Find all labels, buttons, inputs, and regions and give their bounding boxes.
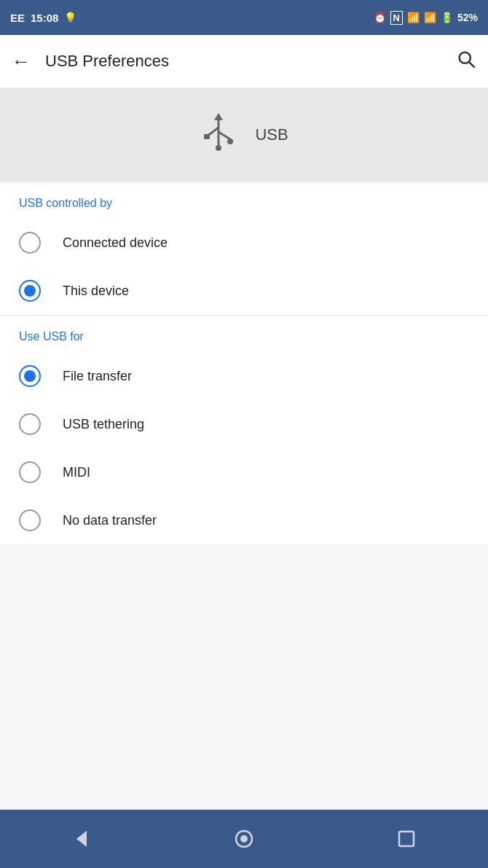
radio-file-transfer[interactable] (19, 365, 41, 387)
option-usb-tethering[interactable]: USB tethering (0, 400, 488, 448)
light-icon: 💡 (64, 12, 76, 23)
option-this-device[interactable]: This device (0, 267, 488, 315)
this-device-label: This device (63, 284, 129, 299)
section2-title: Use USB for (0, 316, 488, 352)
svg-point-11 (240, 835, 248, 842)
carrier-label: EE (10, 12, 25, 24)
radio-this-device[interactable] (19, 280, 41, 302)
app-bar: ← USB Preferences (0, 35, 488, 87)
search-button[interactable] (456, 49, 476, 74)
svg-point-0 (460, 52, 471, 63)
page-title: USB Preferences (45, 52, 456, 71)
section1-title: USB controlled by (0, 182, 488, 219)
signal-icon: 📶 (424, 12, 436, 23)
usb-controlled-by-section: USB controlled by Connected device This … (0, 182, 488, 544)
svg-marker-9 (76, 831, 87, 847)
svg-point-7 (227, 138, 233, 144)
back-button[interactable]: ← (12, 50, 31, 73)
midi-label: MIDI (63, 465, 90, 480)
option-midi[interactable]: MIDI (0, 448, 488, 496)
status-left: EE 15:08 💡 (10, 12, 76, 24)
radio-no-data-transfer[interactable] (19, 509, 41, 531)
svg-line-6 (219, 132, 230, 139)
battery-label: 52% (457, 12, 478, 23)
no-data-transfer-label: No data transfer (63, 513, 157, 528)
usb-icon (200, 112, 237, 158)
svg-point-8 (216, 145, 221, 151)
option-file-transfer[interactable]: File transfer (0, 352, 488, 400)
status-right: ⏰ N 📶 📶 🔋 52% (374, 11, 478, 25)
radio-connected-device[interactable] (19, 232, 41, 254)
nav-home-button[interactable] (222, 817, 266, 861)
option-no-data-transfer[interactable]: No data transfer (0, 496, 488, 544)
nav-recents-button[interactable] (385, 817, 428, 861)
radio-inner-this-device (24, 285, 36, 297)
nav-back-button[interactable] (60, 817, 103, 861)
time-label: 15:08 (31, 12, 58, 24)
svg-marker-3 (214, 113, 223, 120)
option-connected-device[interactable]: Connected device (0, 219, 488, 267)
svg-rect-5 (204, 134, 210, 139)
radio-inner-file-transfer (24, 370, 36, 382)
usb-label: USB (255, 125, 288, 144)
radio-midi[interactable] (19, 461, 41, 483)
radio-usb-tethering[interactable] (19, 413, 41, 435)
file-transfer-label: File transfer (63, 369, 132, 384)
connected-device-label: Connected device (63, 235, 168, 251)
svg-rect-12 (399, 832, 414, 846)
svg-line-1 (469, 62, 475, 68)
alarm-icon: ⏰ (374, 12, 386, 23)
usb-tethering-label: USB tethering (63, 417, 144, 432)
nav-bar (0, 810, 488, 868)
wifi-icon: 📶 (407, 12, 420, 23)
nfc-icon: N (390, 11, 403, 25)
usb-banner: USB (0, 87, 488, 182)
status-bar: EE 15:08 💡 ⏰ N 📶 📶 🔋 52% (0, 0, 488, 35)
battery-icon: 🔋 (441, 12, 453, 23)
